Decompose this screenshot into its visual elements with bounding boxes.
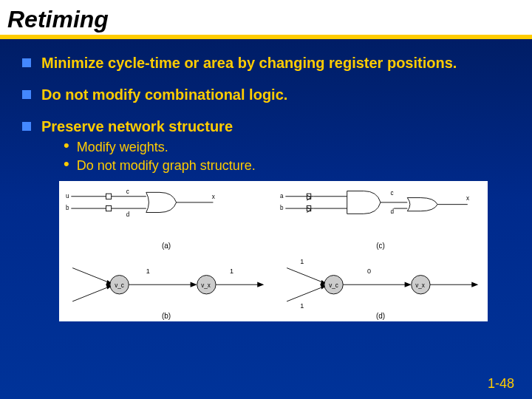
- panel-label: (d): [376, 312, 385, 320]
- circuit-a-svg: u b c d x: [59, 181, 273, 251]
- square-bullet-icon: [22, 122, 31, 131]
- panel-a: u b c d x (a): [59, 181, 273, 251]
- graph-b-svg: v_c 1 v_x 1: [59, 251, 273, 321]
- svg-rect-3: [106, 205, 111, 211]
- bullet-text: Preserve network structure • Modify weig…: [41, 117, 256, 175]
- port-label: b: [66, 205, 69, 211]
- panel-label: (b): [162, 312, 171, 320]
- diagram-row-bottom: v_c 1 v_x 1 (b) 1 1: [59, 251, 488, 321]
- weight-label: 1: [146, 267, 150, 275]
- sub-item-text: Modify weights.: [77, 139, 168, 156]
- panel-d: 1 1 v_c 0 v_x (d): [273, 251, 488, 321]
- svg-line-29: [287, 287, 324, 301]
- square-bullet-icon: [22, 90, 31, 99]
- svg-line-19: [72, 287, 109, 301]
- panel-b: v_c 1 v_x 1 (b): [59, 251, 273, 321]
- weight-label: 1: [300, 258, 304, 265]
- panel-label: (a): [162, 242, 171, 250]
- weight-label: 1: [300, 302, 304, 310]
- out-label: x: [466, 195, 469, 202]
- node-label: v_x: [415, 282, 425, 289]
- bullet-text: Minimize cycle-time or area by changing …: [41, 54, 457, 72]
- sub-item-1: • Modify weights.: [64, 139, 256, 156]
- weight-label: 1: [230, 267, 233, 275]
- sub-list: • Modify weights. • Do not modify graph …: [64, 139, 256, 174]
- port-label: b: [280, 205, 284, 211]
- bullet-3: Preserve network structure • Modify weig…: [22, 117, 510, 175]
- content-area: Minimize cycle-time or area by changing …: [0, 39, 532, 329]
- title-area: Retiming: [0, 0, 532, 35]
- weight-label: 0: [367, 267, 371, 275]
- svg-marker-36: [471, 282, 478, 287]
- bullet-1: Minimize cycle-time or area by changing …: [22, 54, 510, 72]
- svg-line-17: [72, 268, 109, 283]
- sub-item-text: Do not modify graph structure.: [77, 157, 256, 174]
- svg-line-27: [287, 268, 324, 283]
- svg-marker-33: [405, 282, 412, 287]
- wire-label: d: [391, 208, 395, 215]
- page-number: 1-48: [488, 376, 514, 392]
- port-label: a: [280, 193, 284, 200]
- node-label: v_c: [115, 282, 124, 289]
- dot-bullet-icon: •: [64, 157, 69, 171]
- svg-marker-23: [191, 282, 197, 287]
- bullet-text: Do not modify combinational logic.: [41, 86, 287, 104]
- graph-d-svg: 1 1 v_c 0 v_x: [273, 251, 488, 321]
- panel-c: a b c d: [273, 181, 488, 251]
- wire-label: c: [391, 190, 394, 197]
- bullet-text-label: Preserve network structure: [41, 118, 233, 134]
- svg-marker-26: [257, 282, 264, 287]
- bullet-2: Do not modify combinational logic.: [22, 86, 510, 104]
- svg-rect-2: [106, 194, 111, 199]
- port-label: u: [66, 193, 69, 200]
- node-label: v_x: [201, 282, 211, 289]
- diagram-row-top: u b c d x (a) a: [59, 181, 488, 251]
- sub-item-2: • Do not modify graph structure.: [64, 157, 256, 174]
- slide-title: Retiming: [7, 6, 532, 35]
- node-label: v_c: [329, 282, 338, 289]
- wire-label: c: [126, 188, 129, 195]
- diagram-area: u b c d x (a) a: [59, 181, 488, 321]
- dot-bullet-icon: •: [64, 139, 69, 152]
- out-label: x: [212, 194, 215, 200]
- panel-label: (c): [376, 242, 385, 250]
- square-bullet-icon: [22, 58, 31, 67]
- circuit-c-svg: a b c d: [273, 181, 488, 251]
- wire-label: d: [126, 211, 130, 218]
